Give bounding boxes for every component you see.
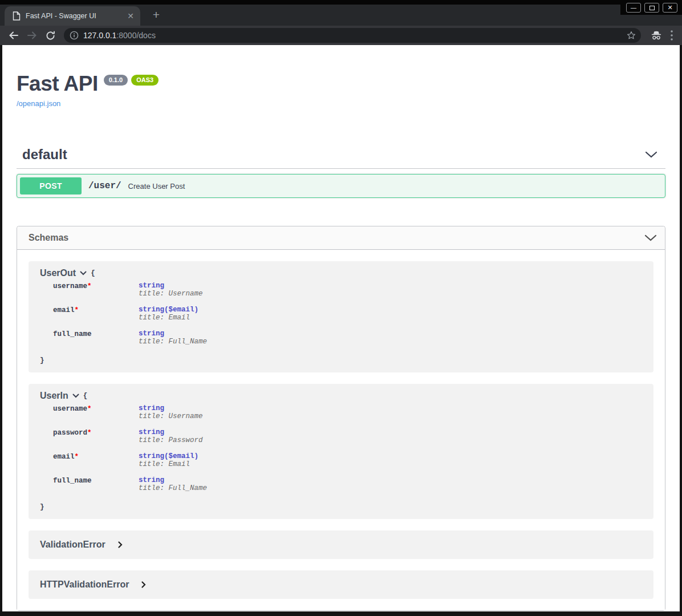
property-type: string (139, 404, 203, 412)
close-window-button[interactable]: ✕ (663, 3, 677, 13)
version-badge: 0.1.0 (104, 75, 128, 86)
model-toggle[interactable]: UserIn { (40, 391, 642, 401)
model-userin: UserIn { username* string title: Usernam… (29, 384, 653, 519)
url-bar[interactable]: 127.0.0.1:8000/docs (64, 28, 641, 43)
chevron-right-icon (141, 581, 146, 588)
bookmark-star-icon[interactable] (626, 30, 636, 40)
browser-menu-icon[interactable] (671, 30, 673, 40)
property-name: full_name (53, 330, 139, 354)
back-button[interactable] (6, 27, 22, 43)
property-type: string (139, 428, 203, 436)
property-type: string (139, 330, 207, 338)
model-name: ValidationError (40, 540, 105, 550)
operation-path: /user/ (88, 181, 121, 191)
brace-open: { (83, 392, 88, 400)
site-info-icon[interactable] (70, 31, 79, 40)
model-httpvalidationerror[interactable]: HTTPValidationError (29, 570, 653, 599)
minimize-button[interactable]: — (626, 3, 641, 13)
schemas-header[interactable]: Schemas (17, 226, 665, 250)
required-star: * (75, 453, 79, 461)
new-tab-button[interactable]: + (149, 8, 163, 22)
property-name: username* (53, 404, 139, 428)
property-name: password* (53, 428, 139, 452)
tag-section-default: default POST /user/ Create User Post (17, 141, 665, 198)
required-star: * (87, 429, 92, 437)
opblock-post-user[interactable]: POST /user/ Create User Post (17, 174, 665, 198)
page-favicon-icon (13, 11, 21, 21)
tag-header[interactable]: default (17, 141, 665, 169)
property-name: email* (53, 306, 139, 330)
oas3-badge: OAS3 (131, 75, 159, 86)
property-title: title: Email (139, 460, 198, 468)
schemas-section: Schemas UserOut { (17, 226, 665, 611)
property-name: full_name (53, 476, 139, 500)
chevron-right-icon (118, 541, 123, 548)
window-controls: — ✕ (620, 0, 682, 15)
property-type: string($email) (139, 306, 198, 314)
model-name: UserIn (40, 391, 68, 401)
property-name: username* (53, 282, 139, 306)
maximize-icon (649, 6, 655, 10)
chevron-down-icon[interactable] (645, 151, 657, 159)
property-title: title: Full_Name (139, 484, 207, 492)
property-row: password* string title: Password (53, 428, 642, 452)
model-toggle[interactable]: UserOut { (40, 268, 642, 278)
schemas-body: UserOut { username* string title: Userna… (17, 250, 665, 610)
required-star: * (87, 282, 92, 290)
api-title: Fast API (17, 73, 98, 94)
forward-button[interactable] (24, 27, 40, 43)
property-row: email* string($email) title: Email (53, 306, 642, 330)
tab-title: Fast API - Swagger UI (26, 12, 120, 20)
model-userout: UserOut { username* string title: Userna… (29, 261, 653, 372)
method-badge: POST (20, 177, 82, 194)
browser-tab[interactable]: Fast API - Swagger UI ✕ (5, 6, 140, 26)
property-row: username* string title: Username (53, 404, 642, 428)
chevron-down-icon (80, 271, 87, 275)
property-title: title: Email (139, 314, 198, 322)
browser-toolbar: 127.0.0.1:8000/docs (0, 26, 682, 45)
browser-tab-strip: — ✕ Fast API - Swagger UI ✕ + (0, 0, 682, 26)
property-title: title: Username (139, 290, 203, 298)
property-title: title: Username (139, 412, 203, 420)
required-star: * (87, 405, 92, 413)
incognito-icon (650, 30, 663, 41)
maximize-button[interactable] (644, 3, 659, 13)
model-validationerror[interactable]: ValidationError (29, 530, 653, 559)
property-type: string($email) (139, 452, 198, 460)
tab-close-icon[interactable]: ✕ (125, 11, 136, 21)
openapi-spec-link[interactable]: /openapi.json (17, 99, 60, 108)
tag-title: default (22, 147, 67, 163)
page-content: Fast API 0.1.0 OAS3 /openapi.json defaul… (2, 45, 680, 611)
brace-open: { (91, 269, 95, 277)
model-name: UserOut (40, 268, 76, 278)
property-title: title: Password (139, 436, 203, 444)
brace-close: } (40, 356, 642, 364)
chevron-down-icon[interactable] (644, 234, 657, 242)
brace-close: } (40, 503, 642, 511)
property-name: email* (53, 452, 139, 476)
property-row: full_name string title: Full_Name (53, 330, 642, 354)
model-name: HTTPValidationError (40, 579, 129, 590)
api-info: Fast API 0.1.0 OAS3 /openapi.json (17, 45, 665, 108)
property-type: string (139, 282, 203, 290)
operation-summary: Create User Post (128, 182, 185, 191)
chevron-down-icon (72, 394, 79, 398)
property-type: string (139, 476, 207, 484)
required-star: * (75, 306, 79, 314)
property-row: username* string title: Username (53, 282, 642, 306)
schemas-title: Schemas (29, 233, 68, 243)
property-row: full_name string title: Full_Name (53, 476, 642, 500)
url-text: 127.0.0.1:8000/docs (83, 31, 156, 40)
property-title: title: Full_Name (139, 338, 207, 346)
reload-button[interactable] (42, 27, 58, 43)
property-row: email* string($email) title: Email (53, 452, 642, 476)
